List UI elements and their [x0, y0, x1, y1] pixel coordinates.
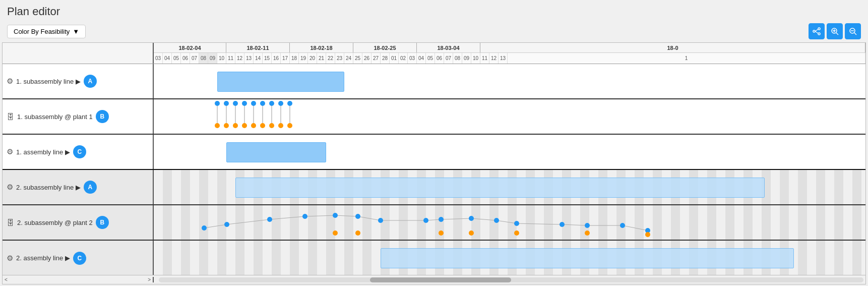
svg-point-0 [818, 28, 820, 30]
svg-point-2 [813, 30, 815, 32]
gear-icon-1: ⚙ [7, 77, 13, 86]
day-06b: 06 [435, 53, 444, 64]
day-08: 08 [199, 53, 208, 64]
stack-icon-2: 🗄 [7, 218, 14, 227]
day-14: 14 [254, 53, 263, 64]
svg-line-49 [497, 220, 517, 223]
share-icon-button[interactable] [809, 23, 825, 39]
day-09b: 09 [462, 53, 471, 64]
svg-point-64 [494, 218, 499, 223]
day-06: 06 [181, 53, 190, 64]
day-02: 02 [399, 53, 408, 64]
row-content-3[interactable] [154, 135, 865, 169]
gantt-chart: 18-02-04 18-02-11 18-02-18 18-02-25 18-0… [2, 42, 866, 284]
badge-C-1: C [73, 145, 86, 158]
svg-point-31 [224, 123, 229, 128]
badge-A-2: A [84, 181, 97, 194]
gantt-bar-3[interactable] [226, 142, 326, 162]
svg-line-10 [854, 33, 856, 35]
gantt-bar-6[interactable] [381, 248, 794, 268]
svg-point-54 [202, 225, 207, 231]
svg-point-61 [423, 218, 428, 223]
svg-line-6 [836, 33, 838, 35]
svg-point-70 [333, 231, 338, 236]
timeline-header: 18-02-04 18-02-11 18-02-18 18-02-25 18-0… [3, 43, 865, 64]
svg-point-71 [355, 231, 360, 236]
row-content-5[interactable] [154, 205, 865, 240]
scroll-left-arrow[interactable]: < [5, 277, 8, 282]
svg-point-73 [469, 231, 474, 236]
svg-point-27 [269, 101, 274, 106]
demand-chart-1 [154, 99, 865, 134]
row-label-text-3: 1. assembly line ▶ [16, 148, 70, 156]
svg-point-72 [439, 231, 444, 236]
svg-point-28 [278, 101, 283, 106]
row-content-4[interactable] [154, 170, 865, 204]
svg-point-38 [287, 123, 292, 128]
scroll-right-arrow[interactable]: > [148, 277, 151, 282]
horizontal-scrollbar[interactable] [159, 277, 863, 282]
svg-line-48 [471, 218, 497, 220]
gantt-bar-1[interactable] [217, 72, 344, 92]
day-03: 03 [154, 53, 163, 64]
day-23: 23 [335, 53, 344, 64]
day-09: 09 [208, 53, 217, 64]
zoom-out-button[interactable] [845, 23, 861, 39]
day-28: 28 [381, 53, 390, 64]
gear-icon-4: ⚙ [7, 254, 13, 263]
svg-line-53 [623, 225, 648, 231]
row-subassembly-line-2: ⚙ 2. subassembly line ▶ A [3, 170, 865, 205]
svg-point-63 [469, 216, 474, 221]
svg-line-40 [227, 219, 270, 224]
day-20: 20 [308, 53, 317, 64]
week-18-0: 18-0 [480, 43, 865, 52]
svg-line-39 [204, 224, 227, 228]
row-content-6[interactable] [154, 241, 865, 275]
gantt-bar-4[interactable] [235, 178, 765, 198]
day-10b: 10 [471, 53, 480, 64]
svg-point-37 [278, 123, 283, 128]
svg-point-21 [215, 101, 220, 106]
scrollbar-thumb[interactable] [370, 277, 511, 282]
gear-icon-2: ⚙ [7, 147, 13, 156]
color-by-dropdown[interactable]: Color By Feasibility ▼ [7, 25, 86, 38]
row-subassembly-line-1: ⚙ 1. subassembly line ▶ A [3, 64, 865, 99]
row-label-text-4: 2. subassembly line ▶ [16, 184, 81, 191]
svg-point-22 [224, 101, 229, 106]
zoom-in-button[interactable] [827, 23, 843, 39]
gear-icon-3: ⚙ [7, 183, 13, 192]
row-subassembly-plant2: 🗄 2. subassembly @ plant 2 B [3, 205, 865, 241]
day-11b: 11 [480, 53, 489, 64]
row-label-text-2: 1. subassembly @ plant 1 [17, 113, 93, 121]
day-1: 1 [508, 53, 865, 64]
row-label-text-5: 2. subassembly @ plant 2 [17, 219, 93, 226]
svg-point-68 [620, 223, 625, 228]
day-12: 12 [235, 53, 244, 64]
svg-point-56 [267, 217, 272, 222]
svg-line-44 [358, 216, 381, 220]
day-27: 27 [371, 53, 381, 64]
day-04: 04 [163, 53, 172, 64]
svg-point-67 [585, 223, 590, 228]
row-label-text-1: 1. subassembly line ▶ [16, 78, 81, 85]
week-18-03-04: 18-03-04 [417, 43, 480, 52]
svg-point-23 [233, 101, 238, 106]
day-26: 26 [362, 53, 371, 64]
svg-point-75 [585, 231, 590, 236]
day-08b: 08 [453, 53, 462, 64]
day-13b: 13 [499, 53, 508, 64]
badge-B-1: B [96, 110, 109, 123]
row-content-2[interactable] [154, 99, 865, 134]
row-assembly-line-1: ⚙ 1. assembly line ▶ C [3, 135, 865, 170]
row-label-3: ⚙ 1. assembly line ▶ C [3, 135, 154, 169]
row-label-1: ⚙ 1. subassembly line ▶ A [3, 64, 154, 98]
toolbar-right [809, 23, 861, 39]
row-label-2: 🗄 1. subassembly @ plant 1 B [3, 99, 154, 134]
row-content-1[interactable] [154, 64, 865, 98]
svg-point-29 [287, 101, 292, 106]
day-03b: 03 [408, 53, 417, 64]
dropdown-label: Color By Feasibility [14, 28, 70, 35]
svg-point-36 [269, 123, 274, 128]
svg-point-1 [818, 33, 820, 35]
day-row: 03 04 05 06 07 08 09 10 11 12 13 14 15 1… [154, 53, 865, 64]
